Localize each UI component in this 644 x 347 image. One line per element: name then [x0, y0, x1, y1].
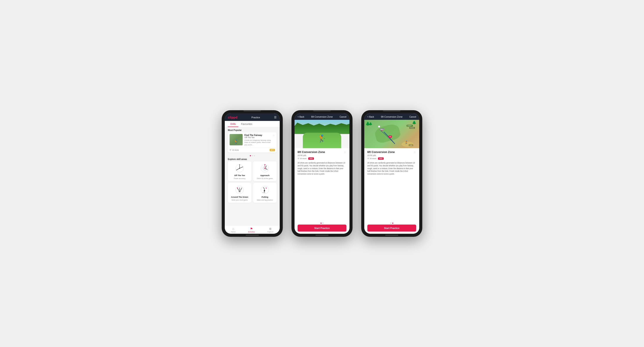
nav-capture[interactable]: ⊕ Capture [267, 227, 274, 233]
cancel-button[interactable]: Cancel [340, 116, 346, 118]
svg-point-25 [264, 190, 265, 191]
svg-point-6 [242, 167, 243, 167]
approach-name: Approach [260, 174, 270, 177]
phone3-image-dots [367, 221, 416, 225]
card-subtitle: Off The Tee [244, 136, 271, 139]
card-text: Find The Fairway Off The Tee Create an i… [244, 134, 271, 146]
phone-3-screen: < Back 6ft Conversion Zone Cancel 🌲 🌲 🌲 … [364, 113, 419, 234]
ott-icon [234, 163, 245, 174]
card-dots [225, 154, 280, 157]
phone3-drill-fav-icon[interactable]: ☆ [413, 150, 416, 154]
capture-label: Capture [267, 231, 274, 233]
drill-description: 20 shots are randomly generated at dista… [298, 162, 346, 221]
shots-count: 10 shots [232, 149, 239, 151]
phone3-drill-header: 6ft Conversion Zone ☆ [367, 150, 416, 154]
card-favourite-icon[interactable]: ☆ [272, 134, 275, 146]
home-icon: ⌂ [232, 227, 234, 230]
svg-point-27 [263, 192, 264, 193]
shot-arc [364, 120, 419, 148]
nav-home[interactable]: ⌂ Home [231, 227, 236, 233]
phone3-img-dot-1 [390, 223, 391, 224]
ott-desc: Power accuracy [234, 177, 245, 179]
skill-off-the-tee[interactable]: Off The Tee Power accuracy [228, 161, 251, 181]
hole-marker [378, 126, 380, 128]
phone3-drill-title: 6ft Conversion Zone [367, 150, 395, 154]
skill-around-the-green[interactable]: Around The Green Hone your short game [228, 183, 251, 203]
atg-name: Around The Green [231, 196, 248, 198]
clock-icon: ⏱ [230, 149, 231, 151]
start-practice-button[interactable]: Start Practice [298, 225, 346, 232]
miss-pin: Miss [380, 128, 384, 131]
card-title: Find The Fairway [244, 134, 271, 136]
svg-point-4 [239, 168, 240, 169]
phone-2-screen: < Back 6ft Conversion Zone Cancel 🏌️ [294, 113, 350, 234]
skill-grid: Off The Tee Power accuracy [225, 161, 280, 204]
svg-point-7 [236, 170, 237, 170]
phones-container: clippd Practice ☰ Drills Favourites Most… [222, 110, 422, 237]
map-view: 🌲 🌲 🌲 SAND FAIRWAY ROUGH [364, 120, 419, 148]
dot-1 [250, 155, 251, 156]
bottom-nav: ⌂ Home ⚑ Activities ⊕ Capture [225, 225, 280, 234]
phone2-header: < Back 6ft Conversion Zone Cancel [294, 113, 350, 120]
phone3-drill-meta: ⏱ 20 shots ARG [367, 157, 416, 160]
card-footer: ⏱ 10 shots OTT [228, 148, 277, 153]
svg-line-3 [236, 168, 240, 170]
svg-point-5 [239, 164, 240, 165]
phone3-start-practice-button[interactable]: Start Practice [367, 225, 416, 232]
approach-desc: Dial-in to hit the green [257, 177, 273, 179]
phone-3: < Back 6ft Conversion Zone Cancel 🌲 🌲 🌲 … [361, 110, 422, 237]
drill-title: 6ft Conversion Zone [298, 150, 325, 154]
putting-icon [260, 185, 270, 195]
putting-desc: Make and lag practice [257, 199, 273, 201]
drill-header: 6ft Conversion Zone ☆ [298, 150, 346, 154]
capture-icon: ⊕ [269, 227, 272, 230]
phone2-content: 6ft Conversion Zone ☆ 10-50 yds ⏱ 20 sho… [294, 148, 350, 234]
ott-name: Off The Tee [234, 174, 245, 177]
svg-line-17 [238, 188, 239, 190]
drill-tag: ARG [308, 157, 314, 160]
drill-fav-icon[interactable]: ☆ [344, 150, 346, 154]
featured-card[interactable]: 🏌️ Find The Fairway Off The Tee Create a… [228, 132, 277, 153]
putting-name: Putting [262, 196, 268, 198]
home-label: Home [231, 231, 236, 233]
nav-activities[interactable]: ⚑ Activities [248, 227, 255, 233]
dot-2 [252, 155, 253, 156]
phone-1-screen: clippd Practice ☰ Drills Favourites Most… [225, 113, 280, 234]
phone3-header-title: 6ft Conversion Zone [381, 115, 402, 118]
clock-icon-2: ⏱ [298, 158, 299, 160]
map-golfer-icon: 🏌️ [405, 141, 408, 144]
back-button[interactable]: < Back [298, 116, 304, 118]
phone3-drill-yds: 10-50 yds [367, 154, 416, 156]
drill-yds: 10-50 yds [298, 154, 346, 156]
tab-favourites[interactable]: Favourites [238, 121, 255, 127]
svg-line-19 [240, 188, 242, 190]
phone3-drill-description: 20 shots are randomly generated at dista… [367, 162, 416, 221]
svg-point-21 [237, 187, 238, 188]
menu-icon[interactable]: ☰ [274, 116, 277, 119]
dot-3 [254, 155, 255, 156]
drill-image: 🏌️ [294, 120, 350, 148]
logo: clippd [228, 115, 238, 119]
skill-approach[interactable]: Approach Dial-in to hit the green [253, 161, 277, 181]
svg-point-24 [261, 186, 269, 194]
header-title: Practice [251, 116, 260, 119]
phone2-header-title: 6ft Conversion Zone [311, 115, 333, 118]
phone3-drill-shots: ⏱ 20 shots [367, 158, 376, 160]
activities-label: Activities [248, 231, 255, 233]
phone3-cancel-button[interactable]: Cancel [410, 116, 416, 118]
tabs-bar: Drills Favourites [225, 121, 280, 127]
phone3-content: 6ft Conversion Zone ☆ 10-50 yds ⏱ 20 sho… [364, 148, 419, 234]
skill-putting[interactable]: Putting Make and lag practice [253, 183, 277, 203]
phone1-content: Most Popular 🏌️ Find The Fairway Off The… [225, 127, 280, 225]
drill-meta: ⏱ 20 shots ARG [298, 157, 346, 160]
card-description: Create an imaginary fairway using trees … [244, 139, 271, 146]
card-tag: OTT [270, 149, 275, 151]
phone3-back-button[interactable]: < Back [367, 116, 374, 118]
phone1-header: clippd Practice ☰ [225, 113, 280, 121]
image-dots [298, 221, 346, 225]
phone3-drill-tag: ARG [378, 157, 384, 160]
atg-icon [234, 185, 245, 195]
phone3-header: < Back 6ft Conversion Zone Cancel [364, 113, 419, 120]
svg-point-14 [264, 164, 265, 165]
tab-drills[interactable]: Drills [228, 121, 238, 127]
